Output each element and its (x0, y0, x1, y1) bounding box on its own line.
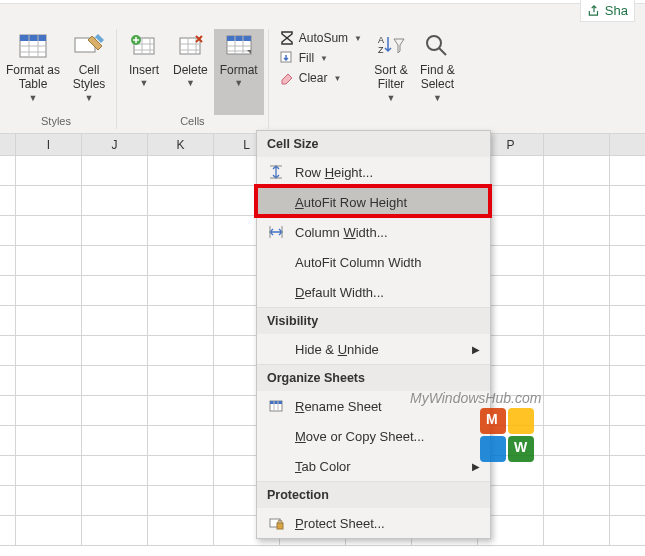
menu-item-label: AutoFit Column Width (295, 255, 480, 270)
column-header[interactable]: K (148, 134, 214, 155)
fill-icon (279, 50, 295, 66)
find-select-button[interactable]: Find & Select ▼ (414, 29, 461, 127)
share-icon (587, 4, 601, 18)
group-label-styles: Styles (0, 115, 112, 129)
menu-item-rename-sheet[interactable]: Rename Sheet (257, 391, 490, 421)
column-width-icon (267, 223, 285, 241)
blank-icon (267, 340, 285, 358)
menu-item-tab-color[interactable]: Tab Color ▶ (257, 451, 490, 481)
menu-item-label: Hide & Unhide (295, 342, 462, 357)
clear-button[interactable]: Clear ▼ (277, 69, 364, 87)
menu-item-label: Default Width... (295, 285, 480, 300)
chevron-down-icon: ▼ (85, 93, 94, 104)
find-select-label: Find & Select (420, 63, 455, 92)
insert-label: Insert (129, 63, 159, 77)
chevron-down-icon: ▼ (140, 78, 149, 89)
find-select-icon (421, 31, 453, 61)
chevron-down-icon: ▼ (354, 34, 362, 43)
group-label-cells: Cells (121, 115, 264, 129)
sort-filter-button[interactable]: AZ Sort & Filter ▼ (368, 29, 414, 127)
svg-rect-38 (277, 523, 283, 529)
insert-icon (128, 31, 160, 61)
insert-button[interactable]: Insert ▼ (121, 29, 167, 115)
blank-icon (267, 253, 285, 271)
sort-filter-icon: AZ (375, 31, 407, 61)
sort-filter-label: Sort & Filter (374, 63, 407, 92)
chevron-down-icon: ▼ (333, 74, 341, 83)
blank-icon (267, 193, 285, 211)
format-as-table-label: Format as Table (6, 63, 60, 92)
chevron-down-icon: ▼ (387, 93, 396, 104)
menu-item-autofit-column-width[interactable]: AutoFit Column Width (257, 247, 490, 277)
row-height-icon (267, 163, 285, 181)
lock-icon (267, 514, 285, 532)
menu-item-autofit-row-height[interactable]: AutoFit Row Height (257, 187, 490, 217)
menu-item-label: Rename Sheet (295, 399, 480, 414)
svg-line-28 (439, 48, 446, 55)
cell-styles-icon (73, 31, 105, 61)
menu-item-hide-unhide[interactable]: Hide & Unhide ▶ (257, 334, 490, 364)
menu-section-cell-size: Cell Size (257, 131, 490, 157)
chevron-down-icon: ▼ (186, 78, 195, 89)
delete-button[interactable]: Delete ▼ (167, 29, 214, 115)
svg-text:Z: Z (378, 45, 384, 55)
svg-rect-34 (270, 401, 282, 404)
menu-item-protect-sheet[interactable]: Protect Sheet... (257, 508, 490, 538)
chevron-right-icon: ▶ (472, 344, 480, 355)
svg-point-27 (427, 36, 441, 50)
svg-text:A: A (378, 35, 384, 45)
autosum-button[interactable]: AutoSum ▼ (277, 29, 364, 47)
cell-styles-button[interactable]: Cell Styles ▼ (66, 29, 112, 115)
menu-item-column-width[interactable]: Column Width... (257, 217, 490, 247)
share-label: Sha (605, 3, 628, 18)
autosum-label: AutoSum (299, 31, 348, 45)
svg-rect-1 (20, 35, 46, 41)
format-dropdown-menu: Cell Size Row Height... AutoFit Row Heig… (256, 130, 491, 539)
fill-label: Fill (299, 51, 314, 65)
format-label: Format (220, 63, 258, 77)
share-button[interactable]: Sha (580, 0, 635, 22)
menu-item-label: Row Height... (295, 165, 480, 180)
blank-icon (267, 457, 285, 475)
menu-item-label: Column Width... (295, 225, 480, 240)
menu-item-move-copy-sheet[interactable]: Move or Copy Sheet... (257, 421, 490, 451)
menu-item-label: Tab Color (295, 459, 462, 474)
menu-section-protection: Protection (257, 481, 490, 508)
menu-item-label: AutoFit Row Height (295, 195, 480, 210)
column-header[interactable] (544, 134, 610, 155)
eraser-icon (279, 70, 295, 86)
menu-item-label: Protect Sheet... (295, 516, 480, 531)
delete-label: Delete (173, 63, 208, 77)
ribbon: Format as Table ▼ Cell Styles ▼ Styles I… (0, 4, 645, 134)
menu-item-label: Move or Copy Sheet... (295, 429, 480, 444)
cell-styles-label: Cell Styles (73, 63, 106, 92)
sigma-icon (279, 30, 295, 46)
fill-button[interactable]: Fill ▼ (277, 49, 364, 67)
column-header[interactable]: I (16, 134, 82, 155)
blank-icon (267, 283, 285, 301)
format-as-table-icon (17, 31, 49, 61)
chevron-down-icon: ▼ (234, 78, 243, 89)
chevron-down-icon: ▼ (29, 93, 38, 104)
menu-item-default-width[interactable]: Default Width... (257, 277, 490, 307)
column-header[interactable] (0, 134, 16, 155)
chevron-right-icon: ▶ (472, 461, 480, 472)
group-label-editing (273, 127, 461, 129)
chevron-down-icon: ▼ (433, 93, 442, 104)
format-button[interactable]: Format ▼ (214, 29, 264, 115)
delete-icon (174, 31, 206, 61)
menu-section-visibility: Visibility (257, 307, 490, 334)
menu-section-organize: Organize Sheets (257, 364, 490, 391)
svg-rect-19 (227, 36, 251, 41)
clear-label: Clear (299, 71, 328, 85)
blank-icon (267, 427, 285, 445)
menu-item-row-height[interactable]: Row Height... (257, 157, 490, 187)
chevron-down-icon: ▼ (320, 54, 328, 63)
rename-icon (267, 397, 285, 415)
column-header[interactable]: J (82, 134, 148, 155)
format-icon (223, 31, 255, 61)
format-as-table-button[interactable]: Format as Table ▼ (0, 29, 66, 115)
